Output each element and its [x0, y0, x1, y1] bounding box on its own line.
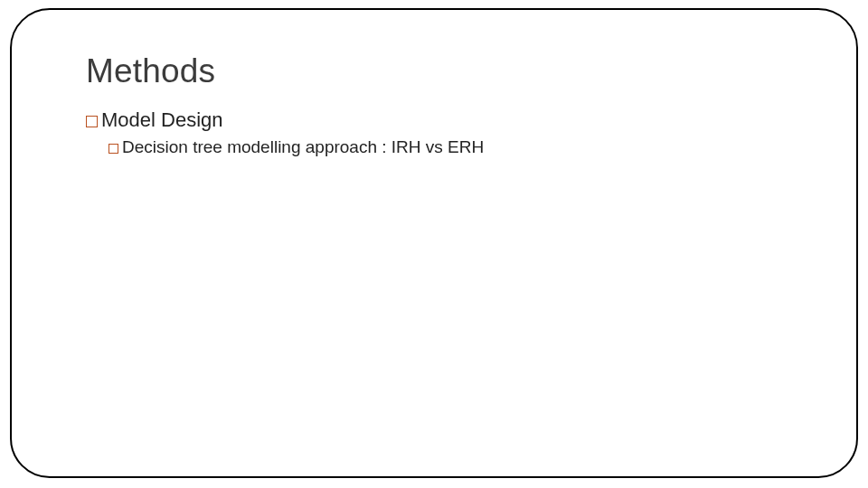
bullet-level-1: Model Design	[86, 108, 223, 132]
bullet-level-2-text: Decision tree modelling approach : IRH v…	[122, 137, 484, 157]
slide: Methods Model Design Decision tree model…	[0, 0, 868, 488]
square-bullet-icon	[108, 144, 118, 154]
slide-title: Methods	[86, 52, 215, 90]
bullet-level-2: Decision tree modelling approach : IRH v…	[108, 137, 484, 157]
square-bullet-icon	[86, 116, 98, 127]
bullet-level-1-text: Model Design	[101, 108, 223, 132]
